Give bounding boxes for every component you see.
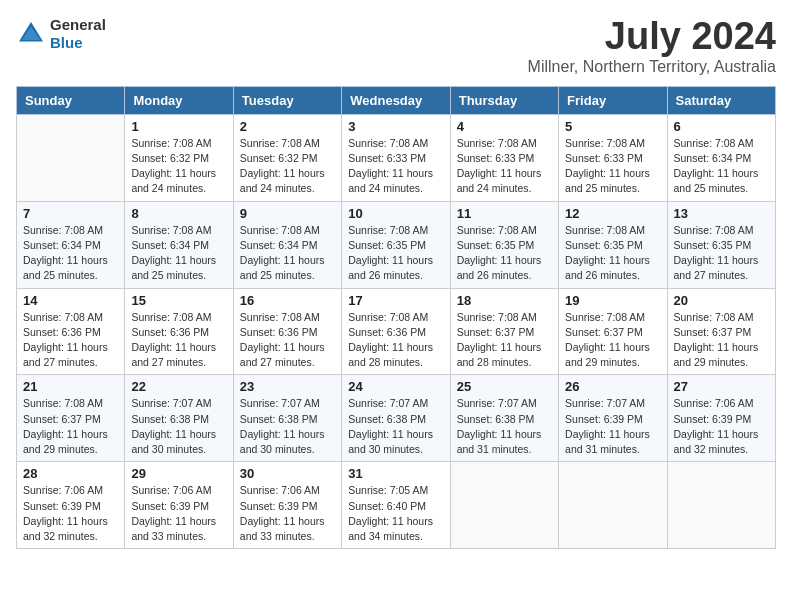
logo: General Blue xyxy=(16,16,106,52)
day-info: Sunrise: 7:06 AMSunset: 6:39 PMDaylight:… xyxy=(240,484,325,542)
day-info: Sunrise: 7:08 AMSunset: 6:37 PMDaylight:… xyxy=(565,311,650,369)
day-info: Sunrise: 7:08 AMSunset: 6:36 PMDaylight:… xyxy=(131,311,216,369)
day-number: 20 xyxy=(674,293,769,308)
calendar-cell: 2 Sunrise: 7:08 AMSunset: 6:32 PMDayligh… xyxy=(233,114,341,201)
day-info: Sunrise: 7:08 AMSunset: 6:36 PMDaylight:… xyxy=(23,311,108,369)
day-info: Sunrise: 7:08 AMSunset: 6:35 PMDaylight:… xyxy=(348,224,433,282)
calendar-cell: 30 Sunrise: 7:06 AMSunset: 6:39 PMDaylig… xyxy=(233,462,341,549)
day-number: 24 xyxy=(348,379,443,394)
week-row-1: 1 Sunrise: 7:08 AMSunset: 6:32 PMDayligh… xyxy=(17,114,776,201)
day-info: Sunrise: 7:08 AMSunset: 6:33 PMDaylight:… xyxy=(457,137,542,195)
calendar-cell: 17 Sunrise: 7:08 AMSunset: 6:36 PMDaylig… xyxy=(342,288,450,375)
week-row-4: 21 Sunrise: 7:08 AMSunset: 6:37 PMDaylig… xyxy=(17,375,776,462)
calendar-cell: 9 Sunrise: 7:08 AMSunset: 6:34 PMDayligh… xyxy=(233,201,341,288)
calendar-cell: 3 Sunrise: 7:08 AMSunset: 6:33 PMDayligh… xyxy=(342,114,450,201)
day-number: 8 xyxy=(131,206,226,221)
day-info: Sunrise: 7:08 AMSunset: 6:33 PMDaylight:… xyxy=(565,137,650,195)
day-number: 17 xyxy=(348,293,443,308)
day-number: 28 xyxy=(23,466,118,481)
day-info: Sunrise: 7:06 AMSunset: 6:39 PMDaylight:… xyxy=(674,397,759,455)
weekday-header-sunday: Sunday xyxy=(17,86,125,114)
day-number: 6 xyxy=(674,119,769,134)
calendar-cell xyxy=(17,114,125,201)
day-info: Sunrise: 7:06 AMSunset: 6:39 PMDaylight:… xyxy=(23,484,108,542)
weekday-header-row: SundayMondayTuesdayWednesdayThursdayFrid… xyxy=(17,86,776,114)
calendar-cell: 26 Sunrise: 7:07 AMSunset: 6:39 PMDaylig… xyxy=(559,375,667,462)
calendar-cell: 12 Sunrise: 7:08 AMSunset: 6:35 PMDaylig… xyxy=(559,201,667,288)
day-info: Sunrise: 7:08 AMSunset: 6:34 PMDaylight:… xyxy=(674,137,759,195)
day-number: 4 xyxy=(457,119,552,134)
day-info: Sunrise: 7:08 AMSunset: 6:34 PMDaylight:… xyxy=(23,224,108,282)
day-info: Sunrise: 7:06 AMSunset: 6:39 PMDaylight:… xyxy=(131,484,216,542)
day-number: 26 xyxy=(565,379,660,394)
calendar-cell: 21 Sunrise: 7:08 AMSunset: 6:37 PMDaylig… xyxy=(17,375,125,462)
calendar-cell: 18 Sunrise: 7:08 AMSunset: 6:37 PMDaylig… xyxy=(450,288,558,375)
day-number: 9 xyxy=(240,206,335,221)
week-row-2: 7 Sunrise: 7:08 AMSunset: 6:34 PMDayligh… xyxy=(17,201,776,288)
day-number: 12 xyxy=(565,206,660,221)
calendar-cell: 16 Sunrise: 7:08 AMSunset: 6:36 PMDaylig… xyxy=(233,288,341,375)
day-info: Sunrise: 7:08 AMSunset: 6:35 PMDaylight:… xyxy=(565,224,650,282)
day-number: 10 xyxy=(348,206,443,221)
day-info: Sunrise: 7:05 AMSunset: 6:40 PMDaylight:… xyxy=(348,484,433,542)
day-info: Sunrise: 7:07 AMSunset: 6:38 PMDaylight:… xyxy=(131,397,216,455)
day-number: 31 xyxy=(348,466,443,481)
calendar-cell: 29 Sunrise: 7:06 AMSunset: 6:39 PMDaylig… xyxy=(125,462,233,549)
calendar-cell: 15 Sunrise: 7:08 AMSunset: 6:36 PMDaylig… xyxy=(125,288,233,375)
day-info: Sunrise: 7:07 AMSunset: 6:38 PMDaylight:… xyxy=(348,397,433,455)
calendar-cell: 6 Sunrise: 7:08 AMSunset: 6:34 PMDayligh… xyxy=(667,114,775,201)
weekday-header-thursday: Thursday xyxy=(450,86,558,114)
day-number: 2 xyxy=(240,119,335,134)
calendar-cell: 19 Sunrise: 7:08 AMSunset: 6:37 PMDaylig… xyxy=(559,288,667,375)
calendar-cell: 22 Sunrise: 7:07 AMSunset: 6:38 PMDaylig… xyxy=(125,375,233,462)
calendar-cell: 10 Sunrise: 7:08 AMSunset: 6:35 PMDaylig… xyxy=(342,201,450,288)
calendar-table: SundayMondayTuesdayWednesdayThursdayFrid… xyxy=(16,86,776,549)
day-number: 19 xyxy=(565,293,660,308)
week-row-5: 28 Sunrise: 7:06 AMSunset: 6:39 PMDaylig… xyxy=(17,462,776,549)
calendar-cell: 24 Sunrise: 7:07 AMSunset: 6:38 PMDaylig… xyxy=(342,375,450,462)
day-info: Sunrise: 7:08 AMSunset: 6:37 PMDaylight:… xyxy=(23,397,108,455)
weekday-header-monday: Monday xyxy=(125,86,233,114)
week-row-3: 14 Sunrise: 7:08 AMSunset: 6:36 PMDaylig… xyxy=(17,288,776,375)
calendar-cell: 8 Sunrise: 7:08 AMSunset: 6:34 PMDayligh… xyxy=(125,201,233,288)
day-info: Sunrise: 7:08 AMSunset: 6:37 PMDaylight:… xyxy=(674,311,759,369)
day-info: Sunrise: 7:07 AMSunset: 6:39 PMDaylight:… xyxy=(565,397,650,455)
day-number: 18 xyxy=(457,293,552,308)
day-info: Sunrise: 7:08 AMSunset: 6:35 PMDaylight:… xyxy=(674,224,759,282)
day-number: 29 xyxy=(131,466,226,481)
calendar-cell: 11 Sunrise: 7:08 AMSunset: 6:35 PMDaylig… xyxy=(450,201,558,288)
calendar-cell: 13 Sunrise: 7:08 AMSunset: 6:35 PMDaylig… xyxy=(667,201,775,288)
header: General Blue July 2024 Millner, Northern… xyxy=(16,16,776,76)
day-info: Sunrise: 7:08 AMSunset: 6:36 PMDaylight:… xyxy=(348,311,433,369)
day-number: 3 xyxy=(348,119,443,134)
calendar-cell: 7 Sunrise: 7:08 AMSunset: 6:34 PMDayligh… xyxy=(17,201,125,288)
day-number: 21 xyxy=(23,379,118,394)
day-number: 1 xyxy=(131,119,226,134)
calendar-cell: 28 Sunrise: 7:06 AMSunset: 6:39 PMDaylig… xyxy=(17,462,125,549)
month-title: July 2024 xyxy=(528,16,776,58)
day-info: Sunrise: 7:08 AMSunset: 6:32 PMDaylight:… xyxy=(131,137,216,195)
day-number: 5 xyxy=(565,119,660,134)
weekday-header-friday: Friday xyxy=(559,86,667,114)
calendar-cell: 31 Sunrise: 7:05 AMSunset: 6:40 PMDaylig… xyxy=(342,462,450,549)
calendar-cell: 23 Sunrise: 7:07 AMSunset: 6:38 PMDaylig… xyxy=(233,375,341,462)
location-title: Millner, Northern Territory, Australia xyxy=(528,58,776,76)
day-number: 13 xyxy=(674,206,769,221)
calendar-cell: 27 Sunrise: 7:06 AMSunset: 6:39 PMDaylig… xyxy=(667,375,775,462)
weekday-header-wednesday: Wednesday xyxy=(342,86,450,114)
day-number: 7 xyxy=(23,206,118,221)
title-area: July 2024 Millner, Northern Territory, A… xyxy=(528,16,776,76)
day-info: Sunrise: 7:08 AMSunset: 6:34 PMDaylight:… xyxy=(131,224,216,282)
day-number: 14 xyxy=(23,293,118,308)
weekday-header-saturday: Saturday xyxy=(667,86,775,114)
day-number: 15 xyxy=(131,293,226,308)
logo-text: General Blue xyxy=(50,16,106,52)
logo-icon xyxy=(16,19,46,49)
day-info: Sunrise: 7:08 AMSunset: 6:36 PMDaylight:… xyxy=(240,311,325,369)
calendar-cell xyxy=(450,462,558,549)
day-number: 16 xyxy=(240,293,335,308)
calendar-cell: 4 Sunrise: 7:08 AMSunset: 6:33 PMDayligh… xyxy=(450,114,558,201)
day-number: 30 xyxy=(240,466,335,481)
calendar-cell: 14 Sunrise: 7:08 AMSunset: 6:36 PMDaylig… xyxy=(17,288,125,375)
day-info: Sunrise: 7:08 AMSunset: 6:34 PMDaylight:… xyxy=(240,224,325,282)
